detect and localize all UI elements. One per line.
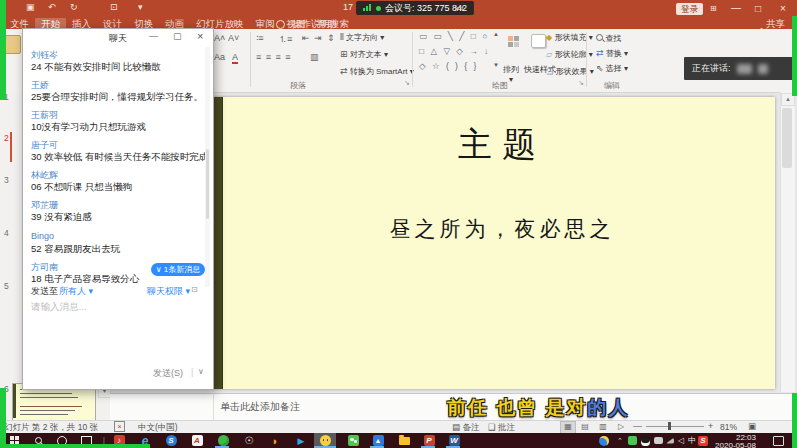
send-to-label: 发送至 <box>31 285 58 298</box>
slideshow-icon[interactable]: ⊡ <box>110 2 118 12</box>
word-icon[interactable]: W <box>448 435 460 446</box>
chat-message: 24 不能有效安排时间 比较懒散 <box>31 61 161 74</box>
notes-placeholder[interactable]: 单击此处添加备注 <box>220 400 300 414</box>
green-globe-icon[interactable] <box>217 435 229 446</box>
weibo-icon[interactable]: ☉ <box>243 435 255 446</box>
share-button[interactable]: 共享 <box>766 18 785 29</box>
shapes-row1[interactable]: ▭ ▭ ╲ ╱ □ ○ <box>419 31 489 41</box>
shapes-row3[interactable]: ◇ ☆ ( ) { } <box>419 61 478 71</box>
login-button[interactable]: 登录 <box>676 3 703 15</box>
slide-body-text[interactable]: 昼之所为，夜必思之 <box>272 215 732 243</box>
tray-qq-icon[interactable] <box>639 435 651 446</box>
character-spacing-icon[interactable]: Aa <box>214 52 225 62</box>
align-icons[interactable]: ≡ ≡ ≡ ≡ <box>256 52 292 62</box>
spellcheck-icon[interactable]: × <box>114 421 125 432</box>
chat-scrollbar-thumb[interactable] <box>206 149 209 219</box>
card-game-icon[interactable]: A <box>191 435 203 446</box>
find-button[interactable]: 查找 <box>596 33 621 44</box>
align-text-button[interactable]: ⊞ 对齐文本 ▾ <box>340 49 388 60</box>
tray-misc-icon[interactable] <box>652 435 664 446</box>
speaking-toast: 正在讲话: <box>684 57 797 80</box>
send-options-icon[interactable]: ∨ <box>198 367 204 376</box>
chat-minimize-icon[interactable]: — <box>149 31 158 41</box>
paragraph-dialog-launcher[interactable]: ↘ <box>404 79 410 87</box>
new-message-button[interactable]: ∨ 1条新消息 <box>151 263 205 276</box>
editing-group-label: 编辑 <box>604 80 620 91</box>
powerpoint-icon[interactable]: P <box>423 435 435 446</box>
notification-center-icon[interactable] <box>772 435 784 446</box>
bullets-icon[interactable]: ∶≡ <box>256 33 264 43</box>
zoom-slider-track[interactable] <box>646 426 704 427</box>
iqiyi-icon[interactable]: ◗ <box>269 435 281 446</box>
thumb-number-4[interactable]: 4 <box>4 228 9 238</box>
tray-date: 2020-05-08 <box>706 442 756 448</box>
send-button[interactable]: 发送(S) <box>153 367 183 380</box>
zoom-in-icon[interactable]: + <box>708 421 713 431</box>
slide-title[interactable]: 主题 <box>272 122 732 168</box>
replace-button[interactable]: ⇄ 替换 ▾ <box>596 48 628 59</box>
text-direction-button[interactable]: ⫴ 文字方向 ▾ <box>340 32 384 43</box>
shapes-scroll-up-icon[interactable]: ▲ <box>493 31 499 37</box>
zoom-slider-thumb[interactable] <box>668 422 671 430</box>
qat-more-icon[interactable]: ▾ <box>138 2 143 12</box>
tray-wechat-icon[interactable] <box>626 435 638 446</box>
sogou-browser-icon[interactable]: S <box>165 435 177 446</box>
ribbon-options-icon[interactable]: ⊞ <box>710 2 717 16</box>
bulb-icon <box>276 20 285 29</box>
view-reading-icon[interactable]: ▥ <box>596 421 610 432</box>
meeting-app-icon[interactable] <box>319 435 331 446</box>
fit-to-window-icon[interactable]: ▣ <box>748 421 756 431</box>
find-icon <box>596 34 603 41</box>
send-to-selector[interactable]: 所有人 ▾ <box>59 285 93 298</box>
hidden-icons-chevron[interactable]: ⌃ <box>614 435 626 446</box>
chat-permission-selector[interactable]: 聊天权限 ▾ <box>147 285 190 298</box>
minimize-icon[interactable]: — <box>731 1 741 15</box>
restore-icon[interactable]: □ <box>755 2 761 16</box>
paste-icon[interactable] <box>5 35 21 54</box>
save-icon[interactable]: ▣ <box>26 2 35 12</box>
chat-close-icon[interactable]: × <box>197 30 203 42</box>
close-icon[interactable]: × <box>780 2 786 16</box>
cloud-app-icon[interactable]: ▲ <box>372 435 384 446</box>
line-spacing-icon[interactable]: ⇕ <box>327 33 335 43</box>
smartart-button[interactable]: ⇄ 转换为 SmartArt ▾ <box>340 66 414 77</box>
tray-app-icon[interactable] <box>598 435 610 446</box>
grow-font-icon[interactable]: A˄ <box>214 33 225 43</box>
increase-indent-icon[interactable]: ⇥ <box>314 33 322 43</box>
tell-me-search[interactable]: 操作说明搜索 <box>286 18 355 29</box>
columns-icon[interactable]: ▥ <box>310 52 319 62</box>
thumb-number-2[interactable]: 2 <box>4 133 9 143</box>
paragraph-group-label: 段落 <box>290 80 306 91</box>
numbering-icon[interactable]: ⒈≡ <box>278 33 292 46</box>
redo-icon[interactable]: ↻ <box>70 2 78 12</box>
current-slide-marker <box>10 132 12 162</box>
drawing-dialog-launcher[interactable]: ↘ <box>578 79 584 87</box>
tencent-video-icon[interactable]: ▶ <box>295 435 307 446</box>
zoom-out-icon[interactable]: — <box>633 421 642 431</box>
decrease-indent-icon[interactable]: ⇤ <box>302 33 310 43</box>
thumb-number-3[interactable]: 3 <box>4 175 9 185</box>
group-divider <box>412 32 413 87</box>
clock[interactable]: 22:03 2020-05-08 <box>706 434 756 448</box>
chat-input[interactable]: 请输入消息... <box>31 301 86 314</box>
shrink-font-icon[interactable]: A˅ <box>228 33 239 43</box>
undo-icon[interactable]: ↶ <box>48 2 56 12</box>
shapes-row2[interactable]: □ △ ▽ ◇ → ↓ <box>419 46 490 56</box>
shapes-scroll-down-icon[interactable]: ▼ <box>493 62 499 68</box>
select-button[interactable]: ⇖ 选择 ▾ <box>596 63 628 74</box>
zoom-percent[interactable]: 81% <box>720 422 737 432</box>
chat-maximize-icon[interactable]: ▢ <box>173 31 182 41</box>
thumb-number-5[interactable]: 5 <box>4 281 9 291</box>
font-color-icon[interactable]: A <box>232 52 238 64</box>
permission-panel-icon[interactable]: ⊡ <box>191 285 198 294</box>
file-explorer-icon[interactable] <box>398 435 410 446</box>
view-slideshow-icon[interactable]: ▷ <box>614 421 628 432</box>
wechat-icon[interactable] <box>347 435 359 446</box>
slide-scrollbar-thumb[interactable] <box>782 108 792 168</box>
screen: ▣ ↶ ↻ ⊡ ▾ 17 会议号: 325 775 842 int 登录 ⊞ —… <box>0 0 797 448</box>
chat-message: 52 容易跟朋友出去玩 <box>31 243 120 256</box>
lyrics-overlay: 前任 也曾 是对的人 <box>447 395 630 421</box>
slide-canvas[interactable]: 主题 昼之所为，夜必思之 <box>212 97 775 389</box>
view-sorter-icon[interactable]: ▤ <box>578 421 592 432</box>
chat-message: 25要合理安排时间，懂得规划学习任务。 <box>31 91 203 104</box>
